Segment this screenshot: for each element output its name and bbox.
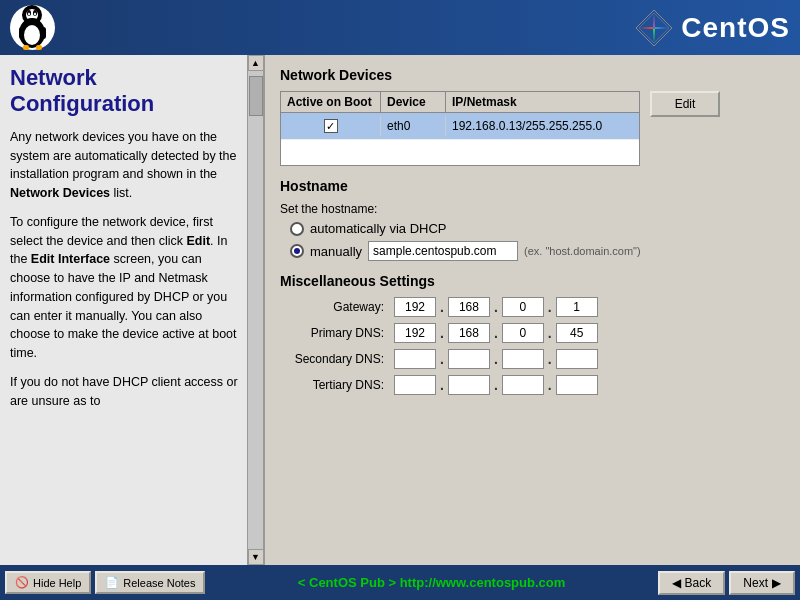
centos-logo: CentOS [635,9,790,47]
hide-help-button[interactable]: 🚫 Hide Help [5,571,91,594]
gateway-o3[interactable] [502,297,544,317]
checkbox-checked[interactable]: ✓ [324,119,338,133]
svg-marker-16 [653,28,655,43]
hostname-hint: (ex. "host.domain.com") [524,245,641,257]
svg-rect-11 [23,45,29,50]
radio-manual-row[interactable]: manually (ex. "host.domain.com") [290,241,785,261]
misc-title: Miscellaneous Settings [280,273,785,289]
secondary-dns-o1[interactable] [394,349,436,369]
next-label: Next [743,576,768,590]
gateway-o1[interactable] [394,297,436,317]
svg-rect-10 [41,27,46,39]
network-devices-table: Active on Boot Device IP/Netmask ✓ eth0 … [280,91,640,166]
secondary-dns-row: Secondary DNS: . . . [280,349,785,369]
hostname-section: Hostname Set the hostname: automatically… [280,178,785,261]
help-panel: Network Configuration Any network device… [0,55,265,565]
table-header: Active on Boot Device IP/Netmask [281,92,639,113]
help-content: Network Configuration Any network device… [0,55,263,430]
gateway-o4[interactable] [556,297,598,317]
gateway-label: Gateway: [280,300,390,314]
primary-dns-o2[interactable] [448,323,490,343]
device-cell: eth0 [381,116,446,136]
help-para2: To configure the network device, first s… [10,213,238,363]
tertiary-dns-o3[interactable] [502,375,544,395]
secondary-dns-o2[interactable] [448,349,490,369]
gateway-row: Gateway: . . . [280,297,785,317]
release-notes-icon: 📄 [105,576,119,589]
svg-line-18 [654,13,669,28]
svg-line-20 [639,28,654,43]
svg-rect-12 [36,45,42,50]
main-layout: Network Configuration Any network device… [0,55,800,565]
release-notes-button[interactable]: 📄 Release Notes [95,571,205,594]
col-header-ip: IP/Netmask [446,92,639,112]
back-label: Back [685,576,712,590]
radio-manual-label: manually [310,244,362,259]
release-notes-label: Release Notes [123,577,195,589]
network-devices-row: Active on Boot Device IP/Netmask ✓ eth0 … [280,91,785,166]
network-devices-title: Network Devices [280,67,785,83]
svg-marker-15 [654,27,669,29]
tertiary-dns-o2[interactable] [448,375,490,395]
centos-brand-text: CentOS [681,12,790,44]
table-row-empty [281,139,639,165]
boot-checkbox-cell[interactable]: ✓ [281,116,381,136]
scroll-up-arrow[interactable]: ▲ [248,55,264,71]
back-icon: ◀ [672,576,681,590]
secondary-dns-o4[interactable] [556,349,598,369]
tertiary-dns-row: Tertiary DNS: . . . [280,375,785,395]
radio-manual[interactable] [290,244,304,258]
page-title: Network Configuration [10,65,238,118]
ip-cell: 192.168.0.13/255.255.255.0 [446,116,639,136]
svg-line-21 [639,13,654,28]
primary-dns-o4[interactable] [556,323,598,343]
bottom-left-buttons: 🚫 Hide Help 📄 Release Notes [5,571,205,594]
hostname-title: Hostname [280,178,785,194]
col-header-boot: Active on Boot [281,92,381,112]
centos-gem-icon [635,9,673,47]
scroll-down-arrow[interactable]: ▼ [248,549,264,565]
bottom-center-text: < CentOS Pub > http://www.centospub.com [298,575,565,590]
tertiary-dns-o4[interactable] [556,375,598,395]
hide-help-icon: 🚫 [15,576,29,589]
next-icon: ▶ [772,576,781,590]
next-button[interactable]: Next ▶ [729,571,795,595]
topbar: CentOS [0,0,800,55]
left-scrollbar[interactable]: ▲ ▼ [247,55,263,565]
scroll-thumb[interactable] [249,76,263,116]
svg-marker-14 [653,13,655,28]
hostname-radio-group: automatically via DHCP manually (ex. "ho… [280,221,785,261]
radio-auto-label: automatically via DHCP [310,221,447,236]
secondary-dns-label: Secondary DNS: [280,352,390,366]
misc-section: Miscellaneous Settings Gateway: . . . Pr… [280,273,785,395]
col-header-device: Device [381,92,446,112]
tux-logo [10,5,55,50]
bottom-right-buttons: ◀ Back Next ▶ [658,571,795,595]
svg-point-8 [24,25,40,45]
tertiary-dns-o1[interactable] [394,375,436,395]
primary-dns-row: Primary DNS: . . . [280,323,785,343]
help-para3: If you do not have DHCP client access or… [10,373,238,411]
radio-auto-row[interactable]: automatically via DHCP [290,221,785,236]
edit-button[interactable]: Edit [650,91,720,117]
config-panel: Network Devices Active on Boot Device IP… [265,55,800,565]
primary-dns-o1[interactable] [394,323,436,343]
table-row[interactable]: ✓ eth0 192.168.0.13/255.255.255.0 [281,113,639,139]
back-button[interactable]: ◀ Back [658,571,726,595]
svg-marker-17 [639,27,654,29]
set-hostname-label: Set the hostname: [280,202,785,216]
svg-rect-9 [19,27,24,39]
primary-dns-label: Primary DNS: [280,326,390,340]
tertiary-dns-label: Tertiary DNS: [280,378,390,392]
primary-dns-o3[interactable] [502,323,544,343]
gateway-o2[interactable] [448,297,490,317]
radio-auto[interactable] [290,222,304,236]
secondary-dns-o3[interactable] [502,349,544,369]
svg-point-4 [28,13,30,16]
hide-help-label: Hide Help [33,577,81,589]
help-para1: Any network devices you have on the syst… [10,128,238,203]
bottom-bar: 🚫 Hide Help 📄 Release Notes < CentOS Pub… [0,565,800,600]
svg-line-19 [654,28,669,43]
hostname-input[interactable] [368,241,518,261]
svg-point-5 [34,13,36,16]
